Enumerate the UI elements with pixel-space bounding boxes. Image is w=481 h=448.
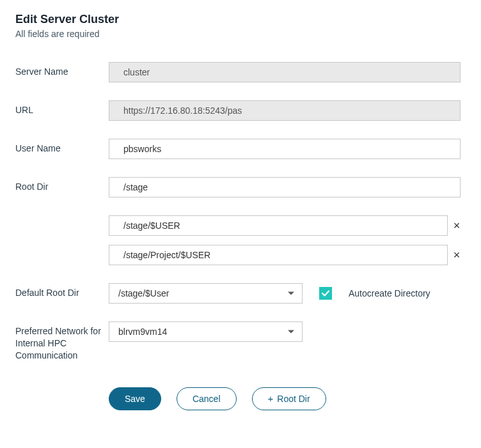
server-name-label: Server Name (15, 62, 109, 78)
url-label: URL (15, 100, 109, 116)
chevron-down-icon (288, 330, 294, 334)
preferred-network-select[interactable]: blrvm9vm14 (109, 321, 303, 342)
preferred-network-label: Preferred Network for Internal HPC Commu… (15, 321, 109, 362)
root-dir-field[interactable] (109, 177, 461, 197)
default-root-dir-label: Default Root Dir (15, 283, 109, 299)
page-title: Edit Server Cluster (15, 13, 466, 26)
plus-icon: + (268, 393, 274, 404)
extra-root-dir-field[interactable] (109, 245, 448, 265)
default-root-dir-value: /stage/$User (118, 288, 169, 298)
autocreate-label: Autocreate Directory (349, 288, 430, 298)
default-root-dir-select[interactable]: /stage/$User (109, 283, 303, 304)
add-root-dir-label: Root Dir (277, 394, 310, 404)
url-field[interactable] (109, 100, 461, 121)
check-icon (321, 289, 330, 298)
add-root-dir-button[interactable]: +Root Dir (252, 387, 326, 410)
page-subtitle: All fields are required (15, 29, 466, 39)
close-icon[interactable]: × (448, 249, 466, 262)
chevron-down-icon (288, 292, 294, 295)
user-name-field[interactable] (109, 139, 461, 159)
cancel-button[interactable]: Cancel (177, 387, 237, 410)
root-dir-label: Root Dir (15, 177, 109, 193)
preferred-network-value: blrvm9vm14 (118, 327, 167, 337)
autocreate-checkbox[interactable] (319, 287, 332, 300)
user-name-label: User Name (15, 139, 109, 155)
save-button[interactable]: Save (109, 387, 161, 410)
server-name-field[interactable] (109, 62, 461, 82)
close-icon[interactable]: × (448, 219, 466, 233)
extra-root-dir-field[interactable] (109, 215, 448, 236)
